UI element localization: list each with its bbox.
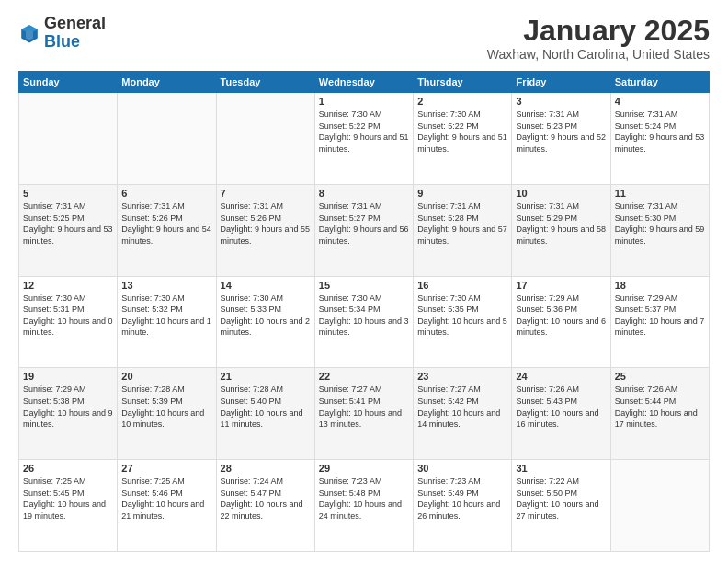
day-info: Sunrise: 7:30 AM Sunset: 5:22 PM Dayligh… xyxy=(417,109,507,155)
day-info: Sunrise: 7:30 AM Sunset: 5:32 PM Dayligh… xyxy=(121,293,211,339)
day-number: 16 xyxy=(417,280,507,291)
day-number: 22 xyxy=(319,371,409,382)
calendar-day: 30Sunrise: 7:23 AM Sunset: 5:49 PM Dayli… xyxy=(414,460,512,552)
calendar-day: 13Sunrise: 7:30 AM Sunset: 5:32 PM Dayli… xyxy=(118,276,216,368)
day-number: 7 xyxy=(221,188,311,199)
day-number: 5 xyxy=(23,188,113,199)
calendar-header-sunday: Sunday xyxy=(19,72,118,93)
svg-marker-2 xyxy=(26,29,33,40)
calendar-day: 24Sunrise: 7:26 AM Sunset: 5:43 PM Dayli… xyxy=(512,368,610,460)
calendar-day: 14Sunrise: 7:30 AM Sunset: 5:33 PM Dayli… xyxy=(216,276,314,368)
day-info: Sunrise: 7:31 AM Sunset: 5:25 PM Dayligh… xyxy=(23,201,113,247)
day-info: Sunrise: 7:23 AM Sunset: 5:48 PM Dayligh… xyxy=(319,476,409,522)
calendar-day: 29Sunrise: 7:23 AM Sunset: 5:48 PM Dayli… xyxy=(314,460,413,552)
day-number: 30 xyxy=(417,463,507,474)
day-number: 28 xyxy=(221,463,311,474)
calendar-day: 21Sunrise: 7:28 AM Sunset: 5:40 PM Dayli… xyxy=(216,368,314,460)
day-info: Sunrise: 7:28 AM Sunset: 5:39 PM Dayligh… xyxy=(121,384,211,430)
day-number: 10 xyxy=(516,188,606,199)
calendar-header-thursday: Thursday xyxy=(414,72,512,93)
day-number: 13 xyxy=(121,280,211,291)
day-info: Sunrise: 7:24 AM Sunset: 5:47 PM Dayligh… xyxy=(221,476,311,522)
logo: General Blue xyxy=(18,15,106,52)
day-info: Sunrise: 7:29 AM Sunset: 5:36 PM Dayligh… xyxy=(516,293,606,339)
calendar-day: 16Sunrise: 7:30 AM Sunset: 5:35 PM Dayli… xyxy=(414,276,512,368)
calendar-day: 19Sunrise: 7:29 AM Sunset: 5:38 PM Dayli… xyxy=(19,368,118,460)
calendar-day: 27Sunrise: 7:25 AM Sunset: 5:46 PM Dayli… xyxy=(118,460,216,552)
month-year: January 2025 xyxy=(487,15,710,47)
day-number: 17 xyxy=(516,280,606,291)
calendar-day: 1Sunrise: 7:30 AM Sunset: 5:22 PM Daylig… xyxy=(314,93,413,185)
logo-general: General xyxy=(44,14,106,32)
calendar-header-tuesday: Tuesday xyxy=(216,72,314,93)
calendar-day: 26Sunrise: 7:25 AM Sunset: 5:45 PM Dayli… xyxy=(19,460,118,552)
day-info: Sunrise: 7:22 AM Sunset: 5:50 PM Dayligh… xyxy=(516,476,606,522)
day-info: Sunrise: 7:26 AM Sunset: 5:43 PM Dayligh… xyxy=(516,384,606,430)
calendar-day xyxy=(610,460,709,552)
calendar-header-wednesday: Wednesday xyxy=(314,72,413,93)
calendar-day: 17Sunrise: 7:29 AM Sunset: 5:36 PM Dayli… xyxy=(512,276,610,368)
day-info: Sunrise: 7:30 AM Sunset: 5:31 PM Dayligh… xyxy=(23,293,113,339)
day-info: Sunrise: 7:27 AM Sunset: 5:42 PM Dayligh… xyxy=(417,384,507,430)
calendar-header-monday: Monday xyxy=(118,72,216,93)
calendar-week-row: 26Sunrise: 7:25 AM Sunset: 5:45 PM Dayli… xyxy=(19,460,710,552)
day-info: Sunrise: 7:23 AM Sunset: 5:49 PM Dayligh… xyxy=(417,476,507,522)
day-number: 8 xyxy=(319,188,409,199)
calendar-day: 15Sunrise: 7:30 AM Sunset: 5:34 PM Dayli… xyxy=(314,276,413,368)
day-number: 20 xyxy=(121,371,211,382)
calendar-day xyxy=(19,93,118,185)
day-info: Sunrise: 7:25 AM Sunset: 5:45 PM Dayligh… xyxy=(23,476,113,522)
day-number: 29 xyxy=(319,463,409,474)
day-number: 11 xyxy=(615,188,705,199)
day-number: 2 xyxy=(417,96,507,107)
day-number: 15 xyxy=(319,280,409,291)
calendar-week-row: 5Sunrise: 7:31 AM Sunset: 5:25 PM Daylig… xyxy=(19,184,710,276)
day-number: 27 xyxy=(121,463,211,474)
calendar-day: 3Sunrise: 7:31 AM Sunset: 5:23 PM Daylig… xyxy=(512,93,610,185)
calendar-day: 9Sunrise: 7:31 AM Sunset: 5:28 PM Daylig… xyxy=(414,184,512,276)
day-number: 4 xyxy=(615,96,705,107)
day-info: Sunrise: 7:31 AM Sunset: 5:29 PM Dayligh… xyxy=(516,201,606,247)
day-number: 9 xyxy=(417,188,507,199)
calendar-day: 11Sunrise: 7:31 AM Sunset: 5:30 PM Dayli… xyxy=(610,184,709,276)
calendar-week-row: 19Sunrise: 7:29 AM Sunset: 5:38 PM Dayli… xyxy=(19,368,710,460)
day-info: Sunrise: 7:28 AM Sunset: 5:40 PM Dayligh… xyxy=(221,384,311,430)
logo-icon xyxy=(18,22,40,44)
calendar-table: SundayMondayTuesdayWednesdayThursdayFrid… xyxy=(18,71,710,552)
calendar-day: 2Sunrise: 7:30 AM Sunset: 5:22 PM Daylig… xyxy=(414,93,512,185)
header: General Blue January 2025 Waxhaw, North … xyxy=(18,15,710,62)
day-info: Sunrise: 7:31 AM Sunset: 5:30 PM Dayligh… xyxy=(615,201,705,247)
location: Waxhaw, North Carolina, United States xyxy=(487,47,710,62)
day-info: Sunrise: 7:30 AM Sunset: 5:33 PM Dayligh… xyxy=(221,293,311,339)
day-info: Sunrise: 7:31 AM Sunset: 5:28 PM Dayligh… xyxy=(417,201,507,247)
day-info: Sunrise: 7:26 AM Sunset: 5:44 PM Dayligh… xyxy=(615,384,705,430)
day-number: 21 xyxy=(221,371,311,382)
day-number: 24 xyxy=(516,371,606,382)
calendar-day: 28Sunrise: 7:24 AM Sunset: 5:47 PM Dayli… xyxy=(216,460,314,552)
calendar-day: 7Sunrise: 7:31 AM Sunset: 5:26 PM Daylig… xyxy=(216,184,314,276)
day-info: Sunrise: 7:31 AM Sunset: 5:26 PM Dayligh… xyxy=(221,201,311,247)
day-number: 1 xyxy=(319,96,409,107)
calendar-week-row: 1Sunrise: 7:30 AM Sunset: 5:22 PM Daylig… xyxy=(19,93,710,185)
calendar-day: 12Sunrise: 7:30 AM Sunset: 5:31 PM Dayli… xyxy=(19,276,118,368)
day-number: 23 xyxy=(417,371,507,382)
day-info: Sunrise: 7:27 AM Sunset: 5:41 PM Dayligh… xyxy=(319,384,409,430)
calendar-day xyxy=(118,93,216,185)
day-number: 6 xyxy=(121,188,211,199)
calendar-day: 4Sunrise: 7:31 AM Sunset: 5:24 PM Daylig… xyxy=(610,93,709,185)
calendar-day: 18Sunrise: 7:29 AM Sunset: 5:37 PM Dayli… xyxy=(610,276,709,368)
calendar-day: 22Sunrise: 7:27 AM Sunset: 5:41 PM Dayli… xyxy=(314,368,413,460)
calendar-day: 8Sunrise: 7:31 AM Sunset: 5:27 PM Daylig… xyxy=(314,184,413,276)
day-info: Sunrise: 7:30 AM Sunset: 5:35 PM Dayligh… xyxy=(417,293,507,339)
calendar-day: 25Sunrise: 7:26 AM Sunset: 5:44 PM Dayli… xyxy=(610,368,709,460)
page: General Blue January 2025 Waxhaw, North … xyxy=(0,0,728,563)
day-number: 18 xyxy=(615,280,705,291)
day-info: Sunrise: 7:25 AM Sunset: 5:46 PM Dayligh… xyxy=(121,476,211,522)
calendar-day: 10Sunrise: 7:31 AM Sunset: 5:29 PM Dayli… xyxy=(512,184,610,276)
logo-text: General Blue xyxy=(44,15,106,52)
day-info: Sunrise: 7:31 AM Sunset: 5:24 PM Dayligh… xyxy=(615,109,705,155)
day-info: Sunrise: 7:29 AM Sunset: 5:38 PM Dayligh… xyxy=(23,384,113,430)
day-info: Sunrise: 7:31 AM Sunset: 5:23 PM Dayligh… xyxy=(516,109,606,155)
day-info: Sunrise: 7:30 AM Sunset: 5:34 PM Dayligh… xyxy=(319,293,409,339)
day-number: 3 xyxy=(516,96,606,107)
